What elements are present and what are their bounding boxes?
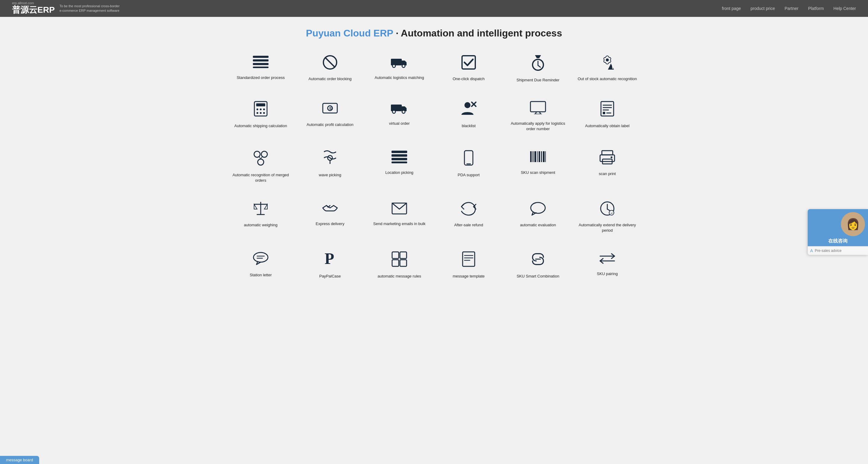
send-marketing-emails[interactable]: Send marketing emails in bulk — [365, 192, 434, 242]
svg-point-31 — [464, 102, 470, 108]
automatic-logistics-matching-label: Automatic logistics matching — [375, 75, 424, 81]
station-letter[interactable]: Station letter — [226, 242, 296, 288]
location-picking[interactable]: Location picking — [365, 141, 434, 192]
automatic-order-blocking-icon — [323, 55, 337, 72]
sku-pairing-icon — [599, 251, 615, 267]
message-template-icon — [462, 251, 475, 269]
apply-logistics-order-number-label: Automatically apply for logistics order … — [506, 121, 569, 132]
svg-rect-65 — [602, 151, 613, 155]
logo-main: 普源云ERP — [12, 5, 55, 14]
svg-line-47 — [259, 156, 261, 159]
automatic-weighing-icon — [253, 201, 269, 218]
express-delivery-label: Express delivery — [315, 221, 344, 226]
station-letter-icon — [253, 251, 269, 268]
automatic-evaluation[interactable]: automatic evaluation — [503, 192, 572, 242]
scan-print[interactable]: scan print — [572, 141, 642, 192]
express-delivery-icon — [322, 201, 338, 217]
svg-point-80 — [253, 252, 268, 262]
svg-point-29 — [393, 110, 396, 113]
svg-marker-10 — [535, 55, 541, 58]
automatic-shipping-calculation-icon — [254, 101, 268, 119]
chat-label[interactable]: 在线咨询 — [808, 236, 868, 246]
merged-orders-recognition[interactable]: Automatic recognition of merged orders — [226, 141, 296, 192]
chat-input[interactable] — [815, 249, 866, 253]
svg-point-23 — [260, 112, 261, 114]
svg-point-22 — [256, 112, 258, 114]
sku-smart-combination[interactable]: SKU Smart Combination — [503, 242, 572, 288]
automatic-evaluation-label: automatic evaluation — [520, 222, 556, 228]
standardized-order-process[interactable]: Standardized order process — [226, 46, 296, 92]
automatic-profit-calculation[interactable]: ①Automatic profit calculation — [296, 92, 365, 141]
extend-delivery-period[interactable]: ↩Automatically extend the delivery perio… — [572, 192, 642, 242]
out-of-stock-recognition[interactable]: Out of stock automatic recognition — [572, 46, 642, 92]
automatic-message-rules-label: automatic message rules — [378, 274, 421, 279]
sku-pairing-label: SKU pairing — [597, 271, 618, 277]
automatic-message-rules[interactable]: automatic message rules — [365, 242, 434, 288]
virtual-order-icon — [391, 101, 408, 117]
express-delivery[interactable]: Express delivery — [296, 192, 365, 242]
one-click-dispatch[interactable]: One-click dispatch — [434, 46, 503, 92]
virtual-order[interactable]: virtual order — [365, 92, 434, 141]
svg-line-5 — [325, 57, 335, 67]
nav-item-product-price[interactable]: product price — [750, 6, 775, 11]
sku-scan-shipment-icon — [530, 150, 547, 166]
chat-avatar-image: 👩 — [841, 212, 865, 236]
wave-picking-icon — [322, 150, 338, 168]
auto-obtain-label-icon — [600, 101, 614, 119]
logo-area: erp.allroot.com 普源云ERP To be the most pr… — [12, 1, 120, 16]
apply-logistics-order-number[interactable]: Automatically apply for logistics order … — [503, 92, 572, 141]
main-nav: front pageproduct pricePartnerPlatformHe… — [722, 6, 856, 11]
automatic-order-blocking[interactable]: Automatic order blocking — [296, 46, 365, 92]
out-of-stock-recognition-icon — [599, 55, 615, 72]
svg-rect-15 — [612, 65, 613, 68]
automatic-weighing[interactable]: automatic weighing — [226, 192, 296, 242]
blacklist[interactable]: blacklist — [434, 92, 503, 141]
svg-rect-28 — [391, 104, 402, 111]
message-template[interactable]: message template — [434, 242, 503, 288]
page-title-blue: Puyuan Cloud ERP — [306, 28, 393, 38]
sku-pairing[interactable]: SKU pairing — [572, 242, 642, 288]
svg-rect-6 — [391, 59, 402, 65]
nav-item-front-page[interactable]: front page — [722, 6, 741, 11]
nav-item-partner[interactable]: Partner — [784, 6, 798, 11]
wave-picking[interactable]: wave picking — [296, 141, 365, 192]
logo-url: erp.allroot.com — [12, 1, 34, 5]
chat-avatar-area: 👩 — [808, 209, 868, 236]
wave-picking-label: wave picking — [319, 172, 341, 178]
auto-obtain-label-label: Automatically obtain label — [585, 123, 629, 129]
automatic-logistics-matching[interactable]: Automatic logistics matching — [365, 46, 434, 92]
after-sale-refund[interactable]: After-sale refund — [434, 192, 503, 242]
automatic-shipping-calculation[interactable]: Automatic shipping calculation — [226, 92, 296, 141]
page-title-section: Puyuan Cloud ERP · Automation and intell… — [0, 17, 868, 46]
automatic-profit-calculation-icon: ① — [322, 101, 338, 118]
blacklist-label: blacklist — [462, 123, 475, 129]
pda-support[interactable]: PDA support — [434, 141, 503, 192]
logo-subtitle: To be the most professional cross-border… — [60, 4, 120, 13]
svg-rect-1 — [253, 59, 269, 61]
location-picking-icon — [392, 150, 407, 166]
nav-item-help-center[interactable]: Help Center — [833, 6, 856, 11]
automatic-profit-calculation-label: Automatic profit calculation — [307, 122, 353, 127]
bottom-bar[interactable]: message board — [0, 456, 39, 464]
send-marketing-emails-icon — [392, 201, 407, 217]
svg-rect-61 — [538, 151, 540, 162]
sku-scan-shipment[interactable]: SKU scan shipment — [503, 141, 572, 192]
page-title: Puyuan Cloud ERP · Automation and intell… — [0, 28, 868, 39]
features-grid: Standardized order processAutomatic orde… — [208, 46, 660, 300]
svg-text:P: P — [324, 251, 334, 267]
svg-point-74 — [531, 203, 545, 213]
after-sale-refund-icon — [461, 201, 476, 218]
paypalcase[interactable]: PPayPalCase — [296, 242, 365, 288]
nav-item-platform[interactable]: Platform — [808, 6, 824, 11]
automatic-logistics-matching-icon — [391, 55, 408, 71]
shipment-due-reminder[interactable]: Shipment Due Reminder — [503, 46, 572, 92]
chat-input-area: A — [808, 246, 868, 255]
auto-obtain-label[interactable]: Automatically obtain label — [572, 92, 642, 141]
blacklist-icon — [461, 101, 476, 119]
virtual-order-label: virtual order — [389, 121, 410, 126]
svg-rect-54 — [392, 161, 407, 163]
svg-text:↩: ↩ — [611, 212, 613, 215]
message-template-label: message template — [453, 274, 485, 279]
paypalcase-icon: P — [324, 251, 336, 269]
svg-rect-2 — [253, 63, 269, 65]
